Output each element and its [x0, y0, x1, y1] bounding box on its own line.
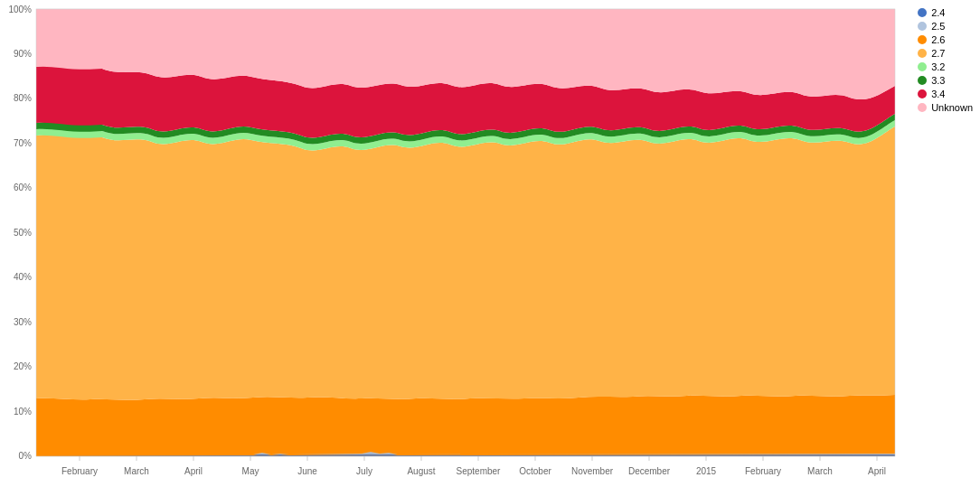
legend-label-2-7: 2.7	[931, 48, 945, 59]
x-label-nov2014: November	[571, 466, 614, 476]
legend-dot-3-4	[918, 89, 927, 98]
x-label-dec2014: December	[628, 466, 671, 476]
svg-text:60%: 60%	[14, 183, 32, 192]
legend-item-3-4: 3.4	[918, 89, 973, 99]
x-label-sep2014: September	[457, 466, 502, 476]
legend-dot-2-4	[918, 8, 927, 17]
x-label-jul2014: July	[356, 466, 372, 476]
legend-item-2-7: 2.7	[918, 48, 973, 59]
x-label-jun2014: June	[297, 466, 317, 476]
x-label-apr2014: April	[184, 466, 203, 476]
legend-item-unknown: Unknown	[918, 102, 973, 113]
x-label-feb2014: February	[61, 466, 98, 476]
legend-label-2-4: 2.4	[931, 7, 945, 18]
x-label-may2014: May	[242, 466, 259, 476]
legend-item-2-4: 2.4	[918, 7, 973, 18]
legend-label-3-4: 3.4	[931, 89, 945, 99]
x-label-apr2015: April	[868, 466, 886, 476]
x-label-feb2015: February	[745, 466, 781, 476]
legend-item-2-6: 2.6	[918, 34, 973, 45]
x-label-mar2015: March	[807, 466, 833, 476]
chart-legend: 2.4 2.5 2.6 2.7 3.2 3.3 3.4 Unknown	[918, 7, 973, 113]
chart-svg: 0% 10% 20% 30% 40% 50% 60% 70% 80% 90% 1…	[0, 0, 980, 487]
svg-text:90%: 90%	[14, 49, 32, 59]
x-label-oct2014: October	[519, 466, 551, 476]
x-label-aug2014: August	[407, 466, 435, 476]
legend-item-3-2: 3.2	[918, 61, 973, 72]
legend-dot-3-3	[918, 76, 927, 85]
legend-dot-2-7	[918, 49, 927, 58]
svg-text:100%: 100%	[8, 5, 32, 14]
svg-text:40%: 40%	[14, 272, 32, 282]
legend-item-3-3: 3.3	[918, 75, 973, 86]
legend-label-2-6: 2.6	[931, 34, 945, 45]
svg-text:50%: 50%	[14, 228, 32, 238]
svg-text:10%: 10%	[14, 407, 32, 417]
svg-text:80%: 80%	[14, 93, 32, 103]
svg-text:20%: 20%	[14, 361, 32, 371]
legend-label-unknown: Unknown	[931, 102, 973, 113]
legend-dot-3-2	[918, 62, 927, 71]
legend-label-2-5: 2.5	[931, 21, 945, 32]
chart-container: 0% 10% 20% 30% 40% 50% 60% 70% 80% 90% 1…	[0, 0, 980, 487]
legend-dot-2-6	[918, 35, 927, 44]
svg-text:70%: 70%	[14, 138, 32, 148]
x-label-2015: 2015	[696, 466, 717, 476]
x-label-mar2014: March	[124, 466, 149, 476]
svg-text:0%: 0%	[19, 451, 33, 461]
layer-2-6	[36, 395, 895, 456]
svg-text:30%: 30%	[14, 317, 32, 327]
legend-label-3-3: 3.3	[931, 75, 945, 86]
legend-label-3-2: 3.2	[931, 61, 945, 72]
legend-dot-unknown	[918, 103, 927, 112]
legend-item-2-5: 2.5	[918, 21, 973, 32]
layer-2-7	[36, 126, 895, 400]
legend-dot-2-5	[918, 22, 927, 31]
